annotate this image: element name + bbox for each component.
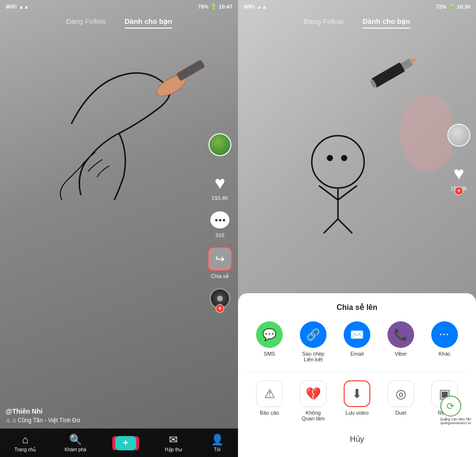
svg-point-15: [400, 95, 452, 171]
tab-following-right[interactable]: Đang Follow: [304, 17, 343, 29]
battery-icon-left: 🔋: [210, 4, 217, 10]
status-info-right: 72% 🔋 10:30: [436, 4, 470, 10]
creator-avatar-right: [447, 124, 470, 147]
share-sheet-title: Chia sẻ lên: [248, 303, 466, 312]
share-not-interested[interactable]: 💔 KhôngQuan tâm: [300, 380, 327, 421]
duet-icon: ◎: [387, 380, 414, 407]
home-icon: ⌂: [22, 434, 28, 446]
share-duet[interactable]: ◎ Duet: [387, 380, 414, 421]
follow-plus-button[interactable]: +: [216, 304, 224, 313]
time-left: 10:47: [219, 4, 232, 10]
song-title-left: ♫ Cũng Tần - Việt Tình Đơ: [12, 417, 80, 424]
watermark: ⟳ Quảng Cáo Siêu Tốcquangcaosieutoct.vn: [440, 396, 471, 425]
like-action[interactable]: ♥ 193.4K: [209, 172, 230, 201]
time-right: 10:30: [457, 4, 470, 10]
creator-avatar: [208, 133, 231, 156]
nav-tabs-right: Đang Follow Dành cho bạn: [238, 13, 476, 30]
profile-icon: 👤: [211, 434, 224, 446]
share-label: Chia sẻ: [211, 273, 229, 279]
email-icon: ✉️: [344, 321, 370, 348]
song-info-left: ♫ ♫ Cũng Tần - Việt Tình Đơ: [6, 417, 209, 424]
signal-icon-right: ▲▲: [257, 4, 267, 10]
right-phone: WiFi ▲▲ 72% 🔋 10:30 Đang Follow Dành cho…: [238, 0, 476, 457]
duet-label: Duet: [395, 410, 406, 416]
heart-icon: ♥: [209, 172, 230, 193]
follow-plus-button-right[interactable]: +: [455, 187, 463, 195]
save-video-icon: ⬇: [344, 380, 370, 407]
copy-link-icon: 🔗: [300, 321, 327, 348]
watermark-logo: ⟳: [440, 396, 461, 417]
heart-icon-right: ♥: [448, 163, 469, 184]
creator-avatar-item[interactable]: +: [208, 133, 231, 156]
nav-home[interactable]: ⌂ Trang chủ: [14, 434, 36, 452]
home-label: Trang chủ: [14, 447, 36, 452]
tab-following-left[interactable]: Đang Follow: [66, 17, 105, 29]
inbox-label: Hộp thư: [165, 447, 182, 452]
cancel-button[interactable]: Hủy: [248, 431, 466, 447]
bottom-nav-left: ⌂ Trang chủ 🔍 Khám phá + ✉ Hộp thư 👤 Tôi: [0, 428, 238, 457]
sms-icon: 💬: [256, 321, 283, 348]
share-row-1: 💬 SMS 🔗 Sao chépLiên kết ✉️ Email 📞: [248, 321, 466, 363]
sidebar-actions-right: + ♥ 158.0K: [447, 124, 470, 191]
signal-icon: ▲▲: [19, 4, 29, 10]
bottom-info-left: @Thiên Nhi ♫ ♫ Cũng Tần - Việt Tình Đơ: [6, 407, 209, 424]
svg-rect-0: [14, 38, 214, 219]
status-time-left: WiFi ▲▲: [6, 4, 29, 10]
watermark-text: Quảng Cáo Siêu Tốcquangcaosieutoct.vn: [440, 417, 471, 425]
share-sms[interactable]: 💬 SMS: [256, 321, 283, 363]
svg-line-10: [338, 219, 352, 233]
comment-action[interactable]: 910: [209, 209, 230, 238]
share-viber[interactable]: 📞 Viber: [387, 321, 414, 363]
nav-explore[interactable]: 🔍 Khám phá: [65, 434, 87, 452]
tab-for-you-right[interactable]: Dành cho bạn: [363, 17, 410, 29]
watermark-icon: ⟳: [446, 400, 455, 412]
nav-add[interactable]: +: [115, 436, 136, 450]
creator-avatar-item-right[interactable]: +: [447, 124, 470, 147]
share-copy-link[interactable]: 🔗 Sao chépLiên kết: [300, 321, 327, 363]
status-info-left: 70% 🔋 10:47: [198, 4, 232, 10]
nav-inbox[interactable]: ✉ Hộp thư: [165, 434, 182, 452]
sms-label: SMS: [264, 351, 275, 357]
music-note-icon: ♫: [6, 417, 10, 424]
report-label: Báo cáo: [260, 410, 279, 416]
battery-percent-right: 72%: [436, 4, 446, 10]
svg-line-9: [324, 219, 338, 233]
plus-icon: +: [123, 437, 129, 448]
share-icon: ↪: [215, 252, 225, 266]
sidebar-actions-left: + ♥ 193.4K 910 ↪ Chia sẻ: [208, 133, 232, 309]
email-label: Email: [350, 351, 364, 357]
left-phone: WiFi ▲▲ 70% 🔋 10:47 Đang Follow Dành cho…: [0, 0, 238, 457]
nav-tabs-left: Đang Follow Dành cho bạn: [0, 13, 238, 30]
add-button[interactable]: +: [115, 436, 136, 450]
more-icon: ···: [431, 321, 458, 348]
search-icon: 🔍: [69, 434, 82, 446]
like-count: 193.4K: [212, 195, 228, 201]
share-more[interactable]: ··· Khác: [431, 321, 458, 363]
share-save-video[interactable]: ⬇ Lưu video: [344, 380, 370, 421]
share-action[interactable]: ↪ Chia sẻ: [208, 247, 232, 279]
avatar-image: [209, 134, 230, 155]
viber-label: Viber: [395, 351, 407, 357]
share-row-2: ⚠ Báo cáo 💔 KhôngQuan tâm ⬇ Lưu video ◎: [248, 380, 466, 421]
drawing-art-left: [14, 38, 214, 219]
report-icon: ⚠: [256, 380, 283, 407]
inbox-icon: ✉: [169, 434, 178, 446]
explore-label: Khám phá: [65, 447, 87, 452]
copy-link-label: Sao chépLiên kết: [302, 351, 324, 363]
share-email[interactable]: ✉️ Email: [344, 321, 370, 363]
nav-profile[interactable]: 👤 Tôi: [211, 434, 224, 452]
share-divider: [248, 372, 466, 373]
svg-point-3: [312, 136, 364, 188]
profile-label: Tôi: [214, 447, 220, 452]
battery-percent-left: 70%: [198, 4, 208, 10]
viber-icon: 📞: [387, 321, 414, 348]
save-video-label: Lưu video: [346, 410, 369, 416]
not-interested-icon: 💔: [300, 380, 327, 407]
svg-point-5: [342, 156, 347, 160]
share-button[interactable]: ↪: [208, 247, 232, 271]
username-left: @Thiên Nhi: [6, 407, 209, 415]
comment-icon: [209, 209, 230, 230]
share-report[interactable]: ⚠ Báo cáo: [256, 380, 283, 421]
wifi-icon: WiFi: [6, 4, 17, 10]
tab-for-you-left[interactable]: Dành cho bạn: [125, 17, 172, 29]
